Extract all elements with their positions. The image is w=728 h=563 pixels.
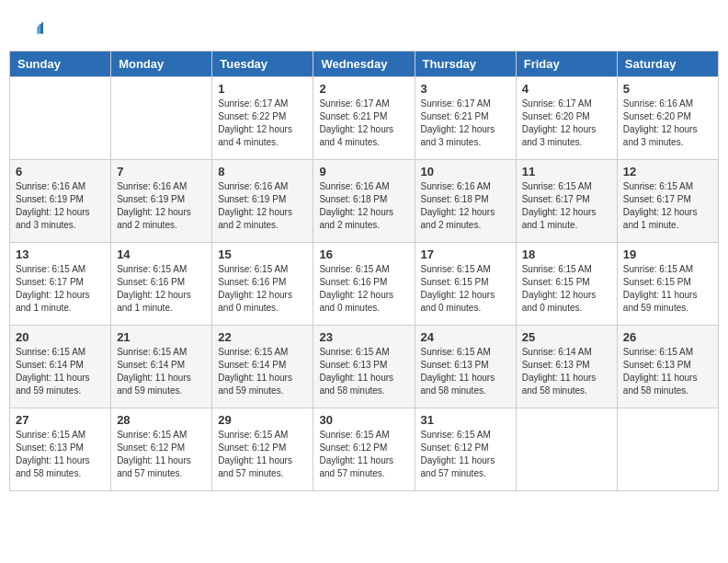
calendar-cell: 9Sunrise: 6:16 AM Sunset: 6:18 PM Daylig… [313, 160, 415, 243]
week-row-4: 20Sunrise: 6:15 AM Sunset: 6:14 PM Dayli… [10, 326, 719, 408]
day-info: Sunrise: 6:15 AM Sunset: 6:14 PM Dayligh… [218, 346, 307, 397]
day-number: 1 [218, 82, 307, 96]
calendar-cell [516, 408, 617, 491]
day-info: Sunrise: 6:15 AM Sunset: 6:14 PM Dayligh… [117, 346, 206, 397]
day-number: 21 [117, 330, 206, 344]
calendar-cell: 18Sunrise: 6:15 AM Sunset: 6:15 PM Dayli… [516, 243, 617, 326]
calendar-cell [10, 77, 111, 160]
day-info: Sunrise: 6:15 AM Sunset: 6:13 PM Dayligh… [421, 346, 510, 397]
calendar-cell: 8Sunrise: 6:16 AM Sunset: 6:19 PM Daylig… [212, 160, 313, 243]
calendar-cell: 16Sunrise: 6:15 AM Sunset: 6:16 PM Dayli… [313, 243, 415, 326]
day-info: Sunrise: 6:17 AM Sunset: 6:21 PM Dayligh… [319, 98, 408, 149]
day-number: 19 [623, 247, 712, 261]
day-info: Sunrise: 6:15 AM Sunset: 6:17 PM Dayligh… [16, 263, 105, 315]
calendar-table: Sunday Monday Tuesday Wednesday Thursday… [9, 51, 719, 491]
day-info: Sunrise: 6:15 AM Sunset: 6:12 PM Dayligh… [319, 429, 408, 480]
day-info: Sunrise: 6:16 AM Sunset: 6:18 PM Dayligh… [319, 180, 408, 232]
day-number: 2 [319, 82, 408, 96]
calendar-cell: 31Sunrise: 6:15 AM Sunset: 6:12 PM Dayli… [415, 408, 516, 491]
day-number: 24 [421, 330, 510, 344]
calendar-cell: 1Sunrise: 6:17 AM Sunset: 6:22 PM Daylig… [212, 77, 313, 160]
day-info: Sunrise: 6:16 AM Sunset: 6:19 PM Dayligh… [16, 180, 105, 232]
calendar-cell: 6Sunrise: 6:16 AM Sunset: 6:19 PM Daylig… [10, 160, 111, 243]
header-monday: Monday [111, 52, 212, 77]
day-number: 9 [319, 165, 408, 178]
day-number: 18 [522, 247, 611, 261]
calendar-cell: 21Sunrise: 6:15 AM Sunset: 6:14 PM Dayli… [111, 326, 212, 408]
calendar-cell: 23Sunrise: 6:15 AM Sunset: 6:13 PM Dayli… [313, 326, 415, 408]
week-row-3: 13Sunrise: 6:15 AM Sunset: 6:17 PM Dayli… [10, 243, 719, 326]
calendar-cell: 27Sunrise: 6:15 AM Sunset: 6:13 PM Dayli… [10, 408, 111, 491]
day-info: Sunrise: 6:15 AM Sunset: 6:17 PM Dayligh… [522, 180, 611, 232]
calendar-cell: 3Sunrise: 6:17 AM Sunset: 6:21 PM Daylig… [415, 77, 516, 160]
day-info: Sunrise: 6:16 AM Sunset: 6:19 PM Dayligh… [117, 180, 206, 232]
calendar-cell: 29Sunrise: 6:15 AM Sunset: 6:12 PM Dayli… [212, 408, 313, 491]
calendar-cell [617, 408, 718, 491]
day-number: 28 [117, 413, 206, 427]
day-info: Sunrise: 6:15 AM Sunset: 6:16 PM Dayligh… [319, 263, 408, 315]
day-number: 27 [16, 413, 105, 427]
day-info: Sunrise: 6:14 AM Sunset: 6:13 PM Dayligh… [522, 346, 611, 397]
calendar-cell: 13Sunrise: 6:15 AM Sunset: 6:17 PM Dayli… [10, 243, 111, 326]
day-number: 8 [218, 165, 307, 178]
day-info: Sunrise: 6:15 AM Sunset: 6:16 PM Dayligh… [117, 263, 206, 315]
day-number: 17 [421, 247, 510, 261]
week-row-5: 27Sunrise: 6:15 AM Sunset: 6:13 PM Dayli… [10, 408, 719, 491]
day-number: 15 [218, 247, 307, 261]
day-info: Sunrise: 6:15 AM Sunset: 6:13 PM Dayligh… [623, 346, 712, 397]
calendar-cell: 20Sunrise: 6:15 AM Sunset: 6:14 PM Dayli… [10, 326, 111, 408]
calendar-cell: 2Sunrise: 6:17 AM Sunset: 6:21 PM Daylig… [313, 77, 415, 160]
day-number: 12 [623, 165, 712, 178]
header-sunday: Sunday [10, 52, 111, 77]
calendar-cell: 19Sunrise: 6:15 AM Sunset: 6:15 PM Dayli… [617, 243, 718, 326]
header-tuesday: Tuesday [212, 52, 313, 77]
day-number: 22 [218, 330, 307, 344]
day-info: Sunrise: 6:16 AM Sunset: 6:19 PM Dayligh… [218, 180, 307, 232]
week-row-1: 1Sunrise: 6:17 AM Sunset: 6:22 PM Daylig… [10, 77, 719, 160]
day-info: Sunrise: 6:15 AM Sunset: 6:14 PM Dayligh… [16, 346, 105, 397]
calendar-cell [111, 77, 212, 160]
calendar-cell: 7Sunrise: 6:16 AM Sunset: 6:19 PM Daylig… [111, 160, 212, 243]
calendar-cell: 17Sunrise: 6:15 AM Sunset: 6:15 PM Dayli… [415, 243, 516, 326]
day-number: 23 [319, 330, 408, 344]
day-number: 13 [16, 247, 105, 261]
day-number: 6 [16, 165, 105, 178]
calendar-cell: 22Sunrise: 6:15 AM Sunset: 6:14 PM Dayli… [212, 326, 313, 408]
day-info: Sunrise: 6:15 AM Sunset: 6:12 PM Dayligh… [421, 429, 510, 480]
day-number: 10 [421, 165, 510, 178]
day-info: Sunrise: 6:16 AM Sunset: 6:18 PM Dayligh… [421, 180, 510, 232]
calendar-cell: 26Sunrise: 6:15 AM Sunset: 6:13 PM Dayli… [617, 326, 718, 408]
day-number: 30 [319, 413, 408, 427]
day-info: Sunrise: 6:15 AM Sunset: 6:12 PM Dayligh… [117, 429, 206, 480]
header-wednesday: Wednesday [313, 52, 415, 77]
day-info: Sunrise: 6:17 AM Sunset: 6:20 PM Dayligh… [522, 98, 611, 149]
day-number: 20 [16, 330, 105, 344]
day-number: 3 [421, 82, 510, 96]
day-info: Sunrise: 6:15 AM Sunset: 6:13 PM Dayligh… [319, 346, 408, 397]
calendar-cell: 24Sunrise: 6:15 AM Sunset: 6:13 PM Dayli… [415, 326, 516, 408]
day-number: 16 [319, 247, 408, 261]
calendar-cell: 14Sunrise: 6:15 AM Sunset: 6:16 PM Dayli… [111, 243, 212, 326]
calendar-cell: 4Sunrise: 6:17 AM Sunset: 6:20 PM Daylig… [516, 77, 617, 160]
calendar-cell: 10Sunrise: 6:16 AM Sunset: 6:18 PM Dayli… [415, 160, 516, 243]
calendar-cell: 30Sunrise: 6:15 AM Sunset: 6:12 PM Dayli… [313, 408, 415, 491]
day-number: 14 [117, 247, 206, 261]
calendar-cell: 11Sunrise: 6:15 AM Sunset: 6:17 PM Dayli… [516, 160, 617, 243]
week-row-2: 6Sunrise: 6:16 AM Sunset: 6:19 PM Daylig… [10, 160, 719, 243]
header-saturday: Saturday [617, 52, 718, 77]
day-info: Sunrise: 6:15 AM Sunset: 6:13 PM Dayligh… [16, 429, 105, 480]
day-info: Sunrise: 6:15 AM Sunset: 6:16 PM Dayligh… [218, 263, 307, 315]
day-info: Sunrise: 6:15 AM Sunset: 6:15 PM Dayligh… [623, 263, 712, 315]
day-info: Sunrise: 6:17 AM Sunset: 6:22 PM Dayligh… [218, 98, 307, 149]
page-header [9, 9, 719, 46]
calendar-cell: 25Sunrise: 6:14 AM Sunset: 6:13 PM Dayli… [516, 326, 617, 408]
weekday-header-row: Sunday Monday Tuesday Wednesday Thursday… [10, 52, 719, 77]
day-info: Sunrise: 6:15 AM Sunset: 6:12 PM Dayligh… [218, 429, 307, 480]
day-number: 7 [117, 165, 206, 178]
day-info: Sunrise: 6:15 AM Sunset: 6:17 PM Dayligh… [623, 180, 712, 232]
day-number: 11 [522, 165, 611, 178]
day-info: Sunrise: 6:17 AM Sunset: 6:21 PM Dayligh… [421, 98, 510, 149]
day-number: 31 [421, 413, 510, 427]
logo [23, 18, 45, 41]
logo-icon [25, 18, 43, 37]
